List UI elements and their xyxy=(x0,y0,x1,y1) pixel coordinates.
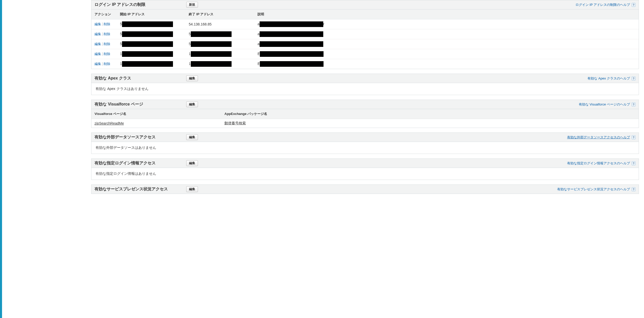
action-separator: | xyxy=(101,62,104,66)
redacted-block xyxy=(191,51,232,57)
edit-visualforce-button[interactable]: 編集 xyxy=(186,101,198,107)
edit-ip-range-link[interactable]: 編集 xyxy=(95,52,101,56)
apex-empty-text: 有効な Apex クラスはありません xyxy=(91,83,639,95)
description-cell: E xyxy=(254,59,639,69)
visualforce-row: zipSearchReadMe郵便番号検索 xyxy=(91,119,639,128)
col-header-vf-page-name: Visualforce ページ名 xyxy=(91,109,221,119)
ip-range-row: 編集|削除554.138.168.85ar xyxy=(91,19,639,29)
visualforce-pages-title: 有効な Visualforce ページ xyxy=(95,102,186,107)
edit-apex-button[interactable]: 編集 xyxy=(186,75,198,81)
apex-classes-title: 有効な Apex クラス xyxy=(95,76,186,81)
redacted-block xyxy=(260,41,323,47)
apex-classes-header: 有効な Apex クラス 編集 有効な Apex クラスのヘルプ ? xyxy=(91,74,639,83)
delete-ip-range-link[interactable]: 削除 xyxy=(104,62,110,66)
redacted-block xyxy=(122,51,173,57)
login-ip-ranges-header: ログイン IP アドレスの制限 新規 ログイン IP アドレスの制限のヘルプ ? xyxy=(91,0,639,9)
ip-range-row: 編集|削除11E xyxy=(91,59,639,69)
ip-range-row: 編集|削除55a xyxy=(91,39,639,49)
end-ip-cell: 1 xyxy=(186,49,254,59)
start-ip-cell: 1 xyxy=(117,59,186,69)
named-credentials-panel: 有効な指定ログイン情報アクセス 編集 有効な指定ログイン情報アクセスのヘルプ ?… xyxy=(91,158,639,180)
description-cell: ar xyxy=(254,19,639,29)
redacted-block xyxy=(122,41,173,47)
redacted-block xyxy=(260,61,324,67)
redacted-block xyxy=(260,31,323,37)
help-icon[interactable]: ? xyxy=(632,135,636,139)
redacted-block xyxy=(260,21,323,27)
col-header-description: 説明 xyxy=(254,9,639,19)
delete-ip-range-link[interactable]: 削除 xyxy=(104,42,110,46)
redacted-block xyxy=(260,51,324,57)
col-header-end-ip: 終了 IP アドレス xyxy=(186,9,254,19)
service-presence-title: 有効なサービスプレゼンス状況アクセス xyxy=(95,187,186,192)
description-cell: a xyxy=(254,29,639,39)
external-data-sources-title: 有効な外部データソースアクセス xyxy=(95,135,186,140)
start-ip-cell: 5 xyxy=(117,29,186,39)
delete-ip-range-link[interactable]: 削除 xyxy=(104,52,110,56)
apex-classes-panel: 有効な Apex クラス 編集 有効な Apex クラスのヘルプ ? 有効な A… xyxy=(91,74,639,95)
edit-service-presence-button[interactable]: 編集 xyxy=(186,186,198,192)
edit-ip-range-link[interactable]: 編集 xyxy=(95,22,101,26)
external-data-sources-panel: 有効な外部データソースアクセス 編集 有効な外部データソースアクセスのヘルプ ?… xyxy=(91,132,639,154)
login-ip-ranges-panel: ログイン IP アドレスの制限 新規 ログイン IP アドレスの制限のヘルプ ?… xyxy=(91,0,639,69)
action-separator: | xyxy=(101,22,104,26)
apex-classes-help-link[interactable]: 有効な Apex クラスのヘルプ xyxy=(587,76,630,81)
help-icon[interactable]: ? xyxy=(632,76,636,81)
login-ip-ranges-help-link[interactable]: ログイン IP アドレスの制限のヘルプ xyxy=(575,3,630,7)
description-cell: a xyxy=(254,39,639,49)
service-presence-panel: 有効なサービスプレゼンス状況アクセス 編集 有効なサービスプレゼンス状況アクセス… xyxy=(91,184,639,194)
help-icon[interactable]: ? xyxy=(632,3,636,7)
redacted-block xyxy=(191,41,232,47)
ip-ranges-table: アクション 開始 IP アドレス 終了 IP アドレス 説明 編集|削除554.… xyxy=(91,9,639,69)
action-separator: | xyxy=(101,52,104,56)
action-separator: | xyxy=(101,42,104,46)
col-header-action: アクション xyxy=(91,9,117,19)
redacted-block xyxy=(122,61,173,67)
ip-range-row: 編集|削除55a xyxy=(91,29,639,39)
edit-ip-range-link[interactable]: 編集 xyxy=(95,32,101,36)
edit-ip-range-link[interactable]: 編集 xyxy=(95,42,101,46)
external-data-sources-help-link[interactable]: 有効な外部データソースアクセスのヘルプ xyxy=(567,135,630,140)
delete-ip-range-link[interactable]: 削除 xyxy=(104,22,110,26)
service-presence-header: 有効なサービスプレゼンス状況アクセス 編集 有効なサービスプレゼンス状況アクセス… xyxy=(91,185,639,194)
delete-ip-range-link[interactable]: 削除 xyxy=(104,32,110,36)
external-data-sources-header: 有効な外部データソースアクセス 編集 有効な外部データソースアクセスのヘルプ ? xyxy=(91,133,639,142)
start-ip-cell: 5 xyxy=(117,19,186,29)
start-ip-cell: 1 xyxy=(117,49,186,59)
end-ip-cell: 1 xyxy=(186,59,254,69)
main-content: ログイン IP アドレスの制限 新規 ログイン IP アドレスの制限のヘルプ ?… xyxy=(91,0,644,318)
credentials-empty-text: 有効な指定ログイン情報はありません xyxy=(91,168,639,180)
redacted-block xyxy=(191,61,232,67)
end-ip-cell: 5 xyxy=(186,39,254,49)
col-header-package-name: AppExchange パッケージ名 xyxy=(221,109,639,119)
named-credentials-title: 有効な指定ログイン情報アクセス xyxy=(95,161,186,166)
named-credentials-help-link[interactable]: 有効な指定ログイン情報アクセスのヘルプ xyxy=(567,161,630,166)
ip-range-row: 編集|削除11E xyxy=(91,49,639,59)
visualforce-table: Visualforce ページ名 AppExchange パッケージ名 zipS… xyxy=(91,109,639,128)
visualforce-pages-help-link[interactable]: 有効な Visualforce ページのヘルプ xyxy=(579,102,630,107)
login-ip-ranges-title: ログイン IP アドレスの制限 xyxy=(95,2,186,7)
sidebar-placeholder xyxy=(2,0,91,318)
help-icon[interactable]: ? xyxy=(632,102,636,107)
edit-external-data-button[interactable]: 編集 xyxy=(186,134,198,140)
action-separator: | xyxy=(101,32,104,36)
redacted-block xyxy=(191,31,232,37)
edit-ip-range-link[interactable]: 編集 xyxy=(95,62,101,66)
external-data-empty-text: 有効な外部データソースはありません xyxy=(91,142,639,154)
help-icon[interactable]: ? xyxy=(632,161,636,165)
start-ip-cell: 5 xyxy=(117,39,186,49)
visualforce-page-link[interactable]: zipSearchReadMe xyxy=(95,121,124,125)
left-accent-stripe xyxy=(0,0,2,318)
service-presence-help-link[interactable]: 有効なサービスプレゼンス状況アクセスのヘルプ xyxy=(557,187,630,192)
visualforce-pages-header: 有効な Visualforce ページ 編集 有効な Visualforce ペ… xyxy=(91,100,639,109)
named-credentials-header: 有効な指定ログイン情報アクセス 編集 有効な指定ログイン情報アクセスのヘルプ ? xyxy=(91,159,639,168)
help-icon[interactable]: ? xyxy=(632,187,636,191)
col-header-start-ip: 開始 IP アドレス xyxy=(117,9,186,19)
description-cell: E xyxy=(254,49,639,59)
visualforce-pages-panel: 有効な Visualforce ページ 編集 有効な Visualforce ペ… xyxy=(91,100,639,128)
edit-credentials-button[interactable]: 編集 xyxy=(186,160,198,166)
redacted-block xyxy=(122,31,173,37)
appexchange-package-link[interactable]: 郵便番号検索 xyxy=(224,121,246,125)
end-ip-cell: 54.138.168.85 xyxy=(186,19,254,29)
new-ip-range-button[interactable]: 新規 xyxy=(186,2,198,8)
